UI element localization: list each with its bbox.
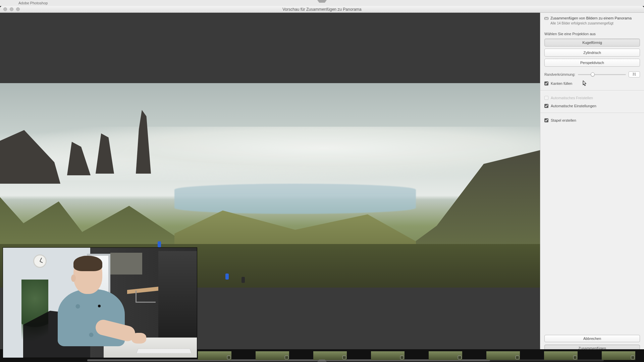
- projection-perspective-button[interactable]: Perspektivisch: [544, 59, 640, 67]
- filmstrip-thumb[interactable]: [313, 351, 347, 360]
- filmstrip-thumb[interactable]: [198, 351, 231, 360]
- boundary-warp-label: Randverkrümmung:: [544, 72, 575, 76]
- maximize-window-icon[interactable]: [16, 7, 20, 11]
- panorama-icon: [544, 16, 548, 20]
- auto-crop-checkbox: [544, 96, 548, 100]
- filmstrip-thumb[interactable]: [544, 351, 578, 360]
- svg-rect-0: [545, 17, 548, 20]
- auto-settings-row[interactable]: Automatische Einstellungen: [544, 104, 640, 108]
- wall-clock-icon: [33, 254, 47, 268]
- close-window-icon[interactable]: [3, 7, 7, 11]
- app-menu-name[interactable]: Adobe Photoshop: [18, 1, 48, 5]
- boundary-warp-row: Randverkrümmung: 31: [544, 71, 640, 77]
- fill-edges-label: Kanten füllen: [551, 81, 572, 85]
- window-title: Vorschau für Zusammenfügen zu Panorama: [0, 7, 644, 12]
- auto-settings-checkbox[interactable]: [544, 104, 548, 108]
- panel-subtitle: Alle 14 Bilder erfolgreich zusammengefüg…: [550, 21, 640, 25]
- filmstrip-thumb[interactable]: [602, 351, 635, 360]
- window-titlebar[interactable]: Vorschau für Zusammenfügen zu Panorama: [0, 6, 644, 13]
- filmstrip-thumb[interactable]: [429, 351, 462, 360]
- boundary-warp-value[interactable]: 31: [629, 71, 640, 77]
- projection-spherical-button[interactable]: Kugelförmig: [544, 39, 640, 47]
- filmstrip-thumb[interactable]: [371, 351, 405, 360]
- filmstrip-thumb[interactable]: [486, 351, 520, 360]
- slider-thumb[interactable]: [591, 72, 595, 76]
- projection-group: Kugelförmig Zylindrisch Perspektivisch: [544, 39, 640, 67]
- auto-crop-label: Automatisches Freistellen: [551, 96, 593, 100]
- auto-settings-label: Automatische Einstellungen: [551, 104, 596, 108]
- panel-header: Zusammenfügen von Bildern zu einem Panor…: [544, 16, 640, 21]
- panel-divider: [540, 90, 644, 90]
- create-stack-label: Stapel erstellen: [551, 118, 576, 122]
- projection-section-label: Wählen Sie eine Projektion aus: [544, 32, 640, 36]
- cancel-button[interactable]: Abbrechen: [544, 335, 640, 342]
- boundary-warp-slider[interactable]: [578, 74, 626, 75]
- fill-edges-checkbox[interactable]: [544, 81, 548, 85]
- panel-divider: [540, 113, 644, 113]
- auto-crop-row: Automatisches Freistellen: [544, 96, 640, 100]
- panorama-settings-panel: Zusammenfügen von Bildern zu einem Panor…: [540, 13, 644, 356]
- projection-cylindrical-button[interactable]: Zylindrisch: [544, 49, 640, 57]
- minimize-window-icon[interactable]: [10, 7, 13, 11]
- traffic-lights: [3, 7, 20, 11]
- panel-title: Zusammenfügen von Bildern zu einem Panor…: [550, 16, 632, 20]
- webcam-overlay: [3, 247, 197, 358]
- create-stack-checkbox[interactable]: [544, 118, 548, 122]
- fill-edges-row[interactable]: Kanten füllen: [544, 81, 640, 85]
- create-stack-row[interactable]: Stapel erstellen: [544, 118, 640, 122]
- filmstrip-thumb[interactable]: [256, 351, 289, 360]
